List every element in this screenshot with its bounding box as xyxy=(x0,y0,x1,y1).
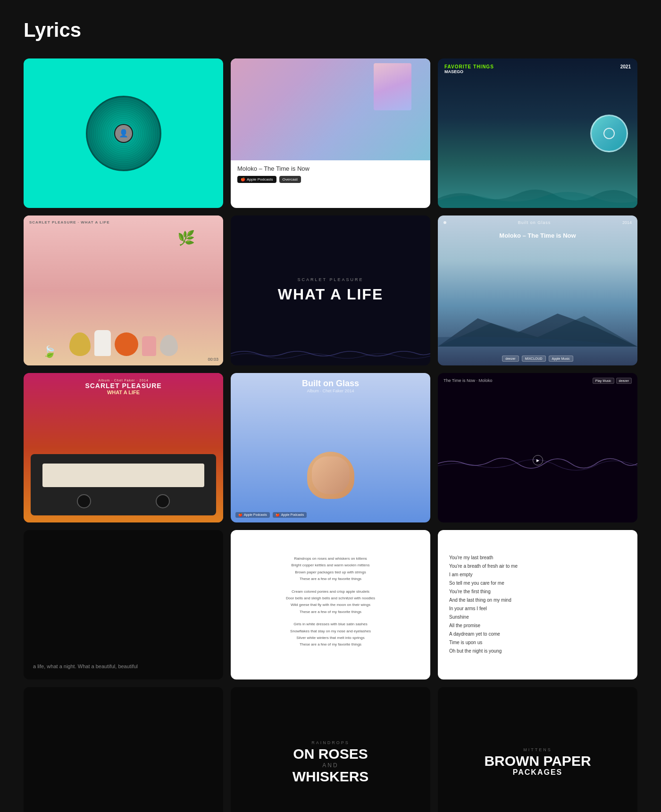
scarlet-label: SCARLET PLEASURE · WHAT A LIFE xyxy=(29,220,110,224)
reel-left xyxy=(77,494,91,508)
built-on-glass-card[interactable]: Built on Glass 2014 Moloko – The Time is… xyxy=(438,215,637,365)
bog-mountain xyxy=(438,309,637,347)
what-a-life-card[interactable]: SCARLET PLEASURE WHAT A LIFE xyxy=(231,215,430,365)
flowers-sub: Album · Chet Faker 2014 xyxy=(231,389,430,393)
flowers-image xyxy=(307,452,354,499)
lyrics-verse-3: Girls in white dresses with blue satin s… xyxy=(286,621,375,648)
raindrops-line1: ON ROSES xyxy=(293,747,368,761)
wal-title: WHAT A LIFE xyxy=(278,286,383,303)
lyrics-verse-3-text: Girls in white dresses with blue satin s… xyxy=(286,621,375,648)
flowers-badge-1[interactable]: 🍎 Apple Podcasts xyxy=(235,512,270,518)
cass-small: Album · Chet Faker · 2014 xyxy=(24,379,223,382)
apple-podcasts-badge[interactable]: 🍎 Apple Podcasts xyxy=(237,176,276,183)
main-grid: 👤 Moloko – The Time is Now 🍎 Apple Podca… xyxy=(24,58,637,812)
white-lyrics-text: You're my last breath You're a breath of… xyxy=(449,554,518,655)
masego-header: FAVORITE THINGS MASEGO 2021 xyxy=(444,64,631,74)
lyrics-verse-2: Cream colored ponies and crisp apple str… xyxy=(286,588,375,616)
bog-badge-deezer: deezer xyxy=(502,356,519,362)
tin-badge-2: deezer xyxy=(616,378,632,384)
masego-year: 2021 xyxy=(620,64,631,74)
lyrics-small-text: a life, what a night. What a beautiful, … xyxy=(33,663,214,671)
bog-artist: Moloko – The Time is Now xyxy=(438,232,637,239)
wl-line-3: I am empty xyxy=(449,571,518,579)
scarlet-time: 00:03 xyxy=(208,357,218,362)
built-flowers-card[interactable]: Built on Glass Album · Chet Faker 2014 🍎… xyxy=(231,373,430,522)
wl-line-12: Oh but the night is young xyxy=(449,647,518,655)
bog-header: Built on Glass 2014 xyxy=(443,220,632,225)
wl-line-10: A daydream yet to come xyxy=(449,630,518,638)
bog-album: Built on Glass xyxy=(518,220,551,225)
bog-bottom: deezer MIXCLOUD Apple Music xyxy=(443,356,633,362)
vinyl-disc: 👤 xyxy=(86,96,161,171)
white-lyrics-card: You're my last breath You're a breath of… xyxy=(438,530,637,679)
wal-wave xyxy=(231,342,430,365)
obj-gray xyxy=(160,335,178,356)
raindrops-small: RAINDROPS xyxy=(311,740,350,745)
obj-pink xyxy=(142,336,156,356)
raindrops-big-card: RAINDROPS ON ROSES AND WHISKERS xyxy=(231,687,430,812)
masego-wave xyxy=(438,180,637,208)
flowers-header: Built on Glass Album · Chet Faker 2014 xyxy=(231,379,430,393)
full-lyrics-content: Raindrops on roses and whiskers on kitte… xyxy=(286,555,375,654)
dark-lyrics-highlight-card: RAINDROPS ON ROSES AND WHISKERS ON xyxy=(24,687,223,812)
flowers-badge-2[interactable]: 🍎 Apple Podcasts xyxy=(273,512,307,518)
cass-big: SCARLET PLEASURE xyxy=(24,382,223,389)
vinyl-photo: 👤 xyxy=(115,125,132,142)
cassette-reels xyxy=(31,494,216,508)
masego-artist: MASEGO xyxy=(444,69,494,74)
cass-sub: WHAT A LIFE xyxy=(24,389,223,395)
time-is-now-card[interactable]: The Time is Now · Moloko Play Music deez… xyxy=(438,373,637,522)
cassette-card[interactable]: Album · Chet Faker · 2014 SCARLET PLEASU… xyxy=(24,373,223,522)
reel-right xyxy=(156,494,170,508)
mittens-small: MITTENS xyxy=(523,747,552,752)
moloko-cover xyxy=(374,63,411,110)
scarlet-plant: 🌿 xyxy=(177,230,195,246)
moloko-title: Moloko – The Time is Now xyxy=(237,165,310,172)
masego-circle xyxy=(590,115,628,152)
bog-badge-mixcloud: MIXCLOUD xyxy=(522,356,546,362)
moloko-image xyxy=(231,58,430,160)
masego-label: FAVORITE THINGS xyxy=(444,64,494,69)
cassette-text: Album · Chet Faker · 2014 SCARLET PLEASU… xyxy=(24,379,223,395)
wl-line-4: So tell me you care for me xyxy=(449,579,518,588)
tin-play-button[interactable]: ▶ xyxy=(533,455,543,465)
raindrops-and: AND xyxy=(322,762,338,769)
scarlet-photo-card[interactable]: SCARLET PLEASURE · WHAT A LIFE 🌿 🍃 00:03 xyxy=(24,215,223,365)
masego-card[interactable]: FAVORITE THINGS MASEGO 2021 xyxy=(438,58,637,208)
lyrics-verse-2-text: Cream colored ponies and crisp apple str… xyxy=(286,588,375,616)
cassette-label xyxy=(42,464,204,487)
obj-yellow xyxy=(69,332,91,356)
wal-subtitle: SCARLET PLEASURE xyxy=(298,277,364,282)
vinyl-card[interactable]: 👤 xyxy=(24,58,223,208)
tin-badge-1: Play Music xyxy=(593,378,614,384)
moloko-photo-card[interactable]: Moloko – The Time is Now 🍎 Apple Podcast… xyxy=(231,58,430,208)
masego-circle-inner xyxy=(603,128,615,139)
page-title: Lyrics xyxy=(24,19,637,41)
wl-line-6: And the last thing on my mind xyxy=(449,596,518,605)
flowers-title: Built on Glass xyxy=(231,379,430,389)
mittens-line1: BROWN PAPER xyxy=(484,754,591,768)
overcast-badge[interactable]: Overcast xyxy=(279,176,301,183)
lyrics-text-dark-card: a life, what a night. What a beautiful, … xyxy=(24,530,223,679)
lyrics-verse-1-text: Raindrops on roses and whiskers on kitte… xyxy=(286,555,375,583)
tin-header: The Time is Now · Moloko Play Music deez… xyxy=(443,378,632,384)
apple-icon: 🍎 xyxy=(241,177,245,182)
vinyl-center: 👤 xyxy=(114,124,133,143)
bog-year: 2014 xyxy=(622,220,632,225)
wl-line-2: You're a breath of fresh air to me xyxy=(449,562,518,571)
obj-white xyxy=(94,330,111,356)
flowers-bottom: 🍎 Apple Podcasts 🍎 Apple Podcasts xyxy=(235,512,426,518)
wl-line-7: In your arms I feel xyxy=(449,605,518,613)
wl-line-11: Time is upon us xyxy=(449,638,518,647)
cassette-body xyxy=(31,454,216,515)
wl-line-9: All the promise xyxy=(449,621,518,630)
mittens-line2: PACKAGES xyxy=(513,768,563,777)
obj-orange xyxy=(115,332,138,356)
tin-badges: Play Music deezer xyxy=(593,378,632,384)
full-lyrics-card: Raindrops on roses and whiskers on kitte… xyxy=(231,530,430,679)
flowers-vase xyxy=(312,456,350,494)
raindrops-line2: WHISKERS xyxy=(293,770,369,784)
scarlet-objects xyxy=(24,330,223,356)
mittens-big-card: MITTENS BROWN PAPER PACKAGES xyxy=(438,687,637,812)
wl-line-8: Sunshine xyxy=(449,613,518,621)
